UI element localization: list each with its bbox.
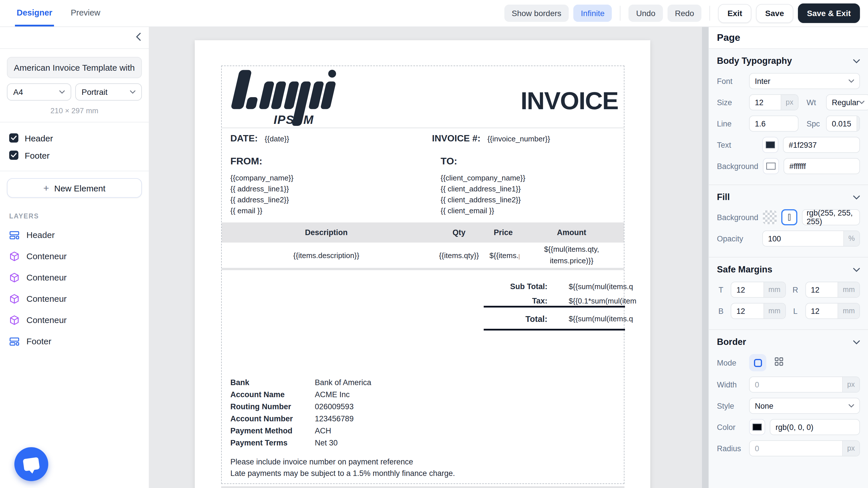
border-width-label: Width (717, 380, 744, 389)
bg-color-input[interactable]: #ffffff (783, 158, 860, 174)
chevron-down-icon (859, 101, 865, 104)
letter-spacing-input[interactable]: 0.015 em (826, 116, 860, 132)
margin-left-input[interactable]: 12 mm (805, 303, 860, 319)
weight-label: Wt (807, 98, 822, 107)
col-qty: Qty (431, 228, 487, 237)
infinite-toggle-button[interactable]: Infinite (573, 5, 612, 22)
text-color-swatch[interactable] (762, 137, 778, 153)
transparency-checker-icon[interactable] (763, 210, 777, 224)
border-color-swatch[interactable] (749, 419, 765, 435)
font-select[interactable]: Inter (749, 73, 860, 89)
bg-color-swatch[interactable] (763, 158, 779, 174)
undo-button[interactable]: Undo (629, 5, 663, 22)
border-radius-input[interactable]: 0 px (749, 440, 860, 456)
template-settings: A4 Portrait 210 × 297 mm (0, 49, 149, 122)
template-name-input[interactable] (7, 57, 142, 78)
fill-header[interactable]: Fill (717, 192, 860, 202)
layer-item-container[interactable]: Conteneur (0, 246, 149, 267)
company-logo[interactable]: IPSUM (229, 67, 338, 128)
from-block[interactable]: FROM: {{company_name}} {{ address_line1}… (230, 156, 293, 216)
layer-item-container[interactable]: Conteneur (0, 288, 149, 309)
save-button[interactable]: Save (756, 4, 793, 23)
border-width-input[interactable]: 0 px (749, 376, 860, 393)
body-typography-section: Body Typography Font Inter Size 12 px Wt… (709, 49, 868, 185)
items-table[interactable]: Description Qty Price Amount {{items.des… (222, 223, 624, 270)
text-color-input[interactable]: #1f2937 (783, 137, 860, 153)
totals-rule (484, 329, 625, 331)
margin-right-input[interactable]: 12 mm (805, 282, 860, 298)
bank-detail-value: 123456789 (315, 414, 353, 423)
border-style-select[interactable]: None (749, 398, 860, 414)
properties-panel: Page Body Typography Font Inter Size 12 … (708, 27, 868, 488)
border-color-input[interactable]: rgb(0, 0, 0) (770, 419, 860, 435)
invoice-page[interactable]: IPSUM INVOICE DATE: {{date}} INVOICE #: … (195, 40, 650, 488)
font-size-input[interactable]: 12 px (749, 94, 799, 110)
show-borders-button[interactable]: Show borders (504, 5, 569, 22)
font-label: Font (717, 77, 744, 85)
from-line: {{ address_line1}} (230, 183, 293, 194)
unit-percent: % (843, 231, 859, 246)
invoice-title[interactable]: INVOICE (521, 87, 618, 115)
to-line: {{ client_email }} (441, 205, 525, 216)
header-checkbox[interactable] (9, 133, 19, 143)
layer-item-container[interactable]: Conteneur (0, 309, 149, 331)
to-block[interactable]: TO: {{client_company_name}} {{ client_ad… (441, 156, 525, 216)
footer-section-edge (221, 486, 624, 488)
page-size-select[interactable]: A4 (7, 83, 71, 101)
footer-checkbox[interactable] (9, 151, 19, 160)
letter-spacing-value: 0.015 (827, 116, 857, 131)
payment-notes[interactable]: Please include invoice number on payment… (230, 456, 455, 479)
orientation-select[interactable]: Portrait (75, 83, 142, 101)
font-value: Inter (755, 77, 770, 85)
border-color-value: rgb(0, 0, 0) (776, 423, 813, 431)
new-element-button[interactable]: + New Element (7, 178, 142, 198)
design-canvas[interactable]: IPSUM INVOICE DATE: {{date}} INVOICE #: … (149, 27, 708, 488)
layer-label: Header (26, 230, 55, 240)
border-sides-button[interactable] (774, 357, 783, 368)
col-price: Price (487, 228, 519, 237)
fill-color-input[interactable]: rgb(255, 255, 255) (802, 209, 860, 225)
unit-px: px (842, 377, 859, 392)
collapse-sidebar-icon[interactable] (135, 32, 141, 43)
tab-designer[interactable]: Designer (15, 0, 54, 26)
exit-button[interactable]: Exit (718, 4, 751, 23)
border-mode-all-button[interactable] (749, 354, 766, 371)
margin-top-input[interactable]: 12 mm (731, 282, 785, 298)
chat-bubble-icon (23, 457, 40, 471)
opacity-input[interactable]: 100 % (762, 230, 860, 247)
bank-details[interactable]: Bank Bank of America Account Name ACME I… (230, 376, 371, 449)
tab-preview[interactable]: Preview (69, 0, 102, 26)
margin-bottom-input[interactable]: 12 mm (731, 303, 785, 319)
safe-margins-header[interactable]: Safe Margins (717, 264, 860, 275)
invoice-number-row[interactable]: INVOICE #: {{invoice_number}} (432, 133, 550, 144)
footer-toggle-row[interactable]: Footer (9, 147, 140, 164)
fill-color-value: rgb(255, 255, 255) (807, 209, 855, 226)
bank-row: Bank Bank of America (230, 376, 371, 389)
line-height-input[interactable]: 1.6 (749, 116, 799, 132)
chevron-down-icon (853, 59, 860, 63)
section-title: Border (717, 337, 746, 347)
font-weight-select[interactable]: Regular (826, 94, 868, 110)
invoice-date-row[interactable]: DATE: {{date}} (230, 133, 289, 144)
canvas-scrollbar[interactable] (702, 27, 708, 488)
from-label: FROM: (230, 156, 293, 167)
chat-support-button[interactable] (14, 447, 48, 481)
layer-item-header[interactable]: Header (0, 224, 149, 246)
margin-bottom-value: 12 (731, 304, 763, 318)
layer-label: Conteneur (26, 294, 67, 304)
layer-item-footer[interactable]: Footer (0, 331, 149, 352)
border-header[interactable]: Border (717, 337, 860, 347)
save-and-exit-button[interactable]: Save & Exit (798, 3, 860, 23)
layer-item-container[interactable]: Conteneur (0, 267, 149, 288)
divider (710, 6, 710, 21)
invoice-content-container[interactable]: IPSUM INVOICE DATE: {{date}} INVOICE #: … (221, 65, 624, 484)
header-toggle-row[interactable]: Header (9, 129, 140, 147)
total-label: Total: (440, 314, 548, 324)
body-typography-header[interactable]: Body Typography (717, 56, 860, 66)
fill-color-swatch[interactable] (781, 209, 797, 225)
items-table-header: Description Qty Price Amount (222, 223, 624, 242)
check-icon (11, 153, 17, 157)
margin-top-value: 12 (731, 282, 763, 297)
panel-header: Page (709, 27, 868, 49)
redo-button[interactable]: Redo (668, 5, 702, 22)
